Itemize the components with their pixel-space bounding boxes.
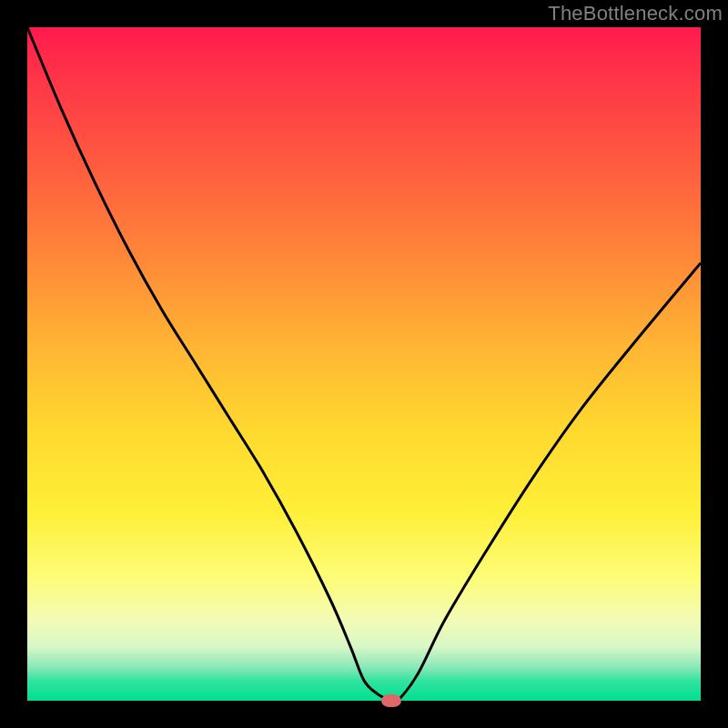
watermark-text: TheBottleneck.com xyxy=(548,2,723,25)
curve-path xyxy=(27,27,701,701)
plot-area xyxy=(27,27,701,701)
bottleneck-curve xyxy=(27,27,701,701)
chart-container: TheBottleneck.com xyxy=(0,0,728,728)
optimum-marker xyxy=(381,694,401,707)
